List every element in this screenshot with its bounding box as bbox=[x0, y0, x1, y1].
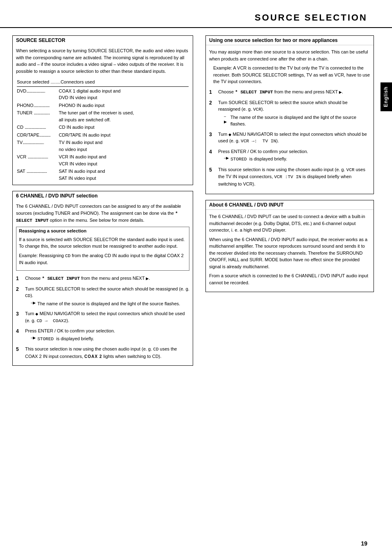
channel-dvd-title: 6 CHANNEL / DVD INPUT selection bbox=[13, 191, 193, 200]
source-phono: PHONO................... bbox=[17, 102, 58, 109]
table-row: CDR/TAPE............. CDR/TAPE IN audio … bbox=[17, 132, 189, 139]
table-row: PHONO................... PHONO IN audio … bbox=[17, 102, 189, 109]
arrow-indicator: –▶ bbox=[31, 300, 36, 306]
source-selector-section: SOURCE SELECTOR When selecting a source … bbox=[12, 35, 193, 185]
table-row: VCR ........................ VCR IN audi… bbox=[17, 153, 189, 167]
arrow-indicator: –▶ bbox=[224, 156, 229, 161]
source-selector-intro: When selecting a source by turning SOURC… bbox=[16, 47, 189, 74]
table-row: CD ......................... CD IN audio… bbox=[17, 124, 189, 131]
using-one-source-title: Using one source selection for two or mo… bbox=[206, 36, 374, 45]
source-sat: SAT ........................ bbox=[17, 168, 58, 181]
about-6channel-intro: The 6 CHANNEL / DVD INPUT can be used to… bbox=[209, 213, 370, 234]
page-title: SOURCE SELECTION bbox=[255, 12, 367, 23]
table-row: SAT ........................ SAT IN audi… bbox=[17, 168, 189, 181]
source-vcr: VCR ........................ bbox=[17, 153, 58, 167]
step-5-right: 5 This source selection is now using the… bbox=[209, 166, 370, 188]
table-row: TUNER ................... The tuner part… bbox=[17, 109, 189, 123]
step-3-left: 3 Turn ◆ MENU NAVIGATOR to select the in… bbox=[16, 310, 189, 324]
left-column: SOURCE SELECTOR When selecting a source … bbox=[12, 35, 201, 372]
step-2-right: 2 Turn SOURCE SELECTOR to select the sou… bbox=[209, 99, 370, 128]
table-header-source: Source selected ........Connectors used bbox=[17, 79, 189, 87]
source-dvd: DVD...................... bbox=[17, 88, 58, 101]
using-one-source-content: You may assign more than one source to a… bbox=[206, 45, 374, 194]
source-selector-content: When selecting a source by turning SOURC… bbox=[13, 45, 193, 185]
source-tv: TV......................... bbox=[17, 139, 58, 153]
channel-dvd-intro: The 6 CHANNEL / DVD INPUT connectors can… bbox=[16, 203, 189, 224]
using-one-source-intro: You may assign more than one source to a… bbox=[209, 49, 370, 62]
source-tuner: TUNER ................... bbox=[17, 109, 58, 123]
source-selector-title: SOURCE SELECTOR bbox=[13, 36, 193, 45]
using-one-source-section: Using one source selection for two or mo… bbox=[205, 35, 374, 194]
about-6channel-para3: From a source which is connected to the … bbox=[209, 272, 370, 286]
reassigning-section: Reassigning a source selection If a sour… bbox=[16, 227, 189, 271]
right-column: Using one source selection for two or mo… bbox=[201, 35, 374, 372]
reassigning-content: If a source is selected with SOURCE SELE… bbox=[16, 235, 189, 270]
step-1-left: 1 Choose * SELECT INPUT from the menu an… bbox=[16, 275, 189, 282]
arrow-indicator: –▶ bbox=[31, 335, 36, 341]
channel-dvd-content: The 6 CHANNEL / DVD INPUT connectors can… bbox=[13, 200, 193, 365]
page: SOURCE SELECTION English SOURCE SELECTOR… bbox=[0, 0, 392, 555]
source-table: Source selected ........Connectors used … bbox=[16, 78, 189, 182]
source-cd: CD ......................... bbox=[17, 124, 58, 131]
channel-dvd-section: 6 CHANNEL / DVD INPUT selection The 6 CH… bbox=[12, 191, 193, 366]
about-6channel-title: About 6 CHANNEL / DVD INPUT bbox=[206, 200, 374, 210]
step-3-right: 3 Turn ◆ MENU NAVIGATOR to select the in… bbox=[209, 131, 370, 145]
table-row: DVD...................... COAX 1 digital… bbox=[17, 88, 189, 101]
reassigning-intro: If a source is selected with SOURCE SELE… bbox=[19, 236, 187, 250]
source-cdrtape: CDR/TAPE............. bbox=[17, 132, 58, 139]
language-tab: English bbox=[380, 82, 392, 111]
page-header: SOURCE SELECTION bbox=[0, 8, 392, 28]
main-content: SOURCE SELECTOR When selecting a source … bbox=[0, 35, 392, 372]
arrow-indicator: –▶ bbox=[224, 114, 229, 125]
table-header-row: Source selected ........Connectors used bbox=[17, 79, 189, 87]
step-1-right: 1 Choose * SELECT INPUT from the menu an… bbox=[209, 88, 370, 96]
step-4-left: 4 Press ENTER / OK to confirm your selec… bbox=[16, 327, 189, 342]
step-5-left: 5 This source selection is now using the… bbox=[16, 346, 189, 360]
page-number: 19 bbox=[361, 540, 367, 547]
step-2-left: 2 Turn SOURCE SELECTOR to select the sou… bbox=[16, 286, 189, 307]
about-6channel-para2: When using the 6 CHANNEL / DVD INPUT aud… bbox=[209, 236, 370, 270]
using-one-source-example: Example: A VCR is connected to the TV bu… bbox=[213, 65, 370, 85]
reassigning-example: Example: Reassigning CD from the analog … bbox=[19, 252, 187, 266]
about-6channel-section: About 6 CHANNEL / DVD INPUT The 6 CHANNE… bbox=[205, 200, 374, 292]
step-4-right: 4 Press ENTER / OK to confirm your selec… bbox=[209, 148, 370, 163]
reassigning-title: Reassigning a source selection bbox=[16, 227, 189, 235]
table-row: TV......................... TV IN audio … bbox=[17, 139, 189, 153]
about-6channel-content: The 6 CHANNEL / DVD INPUT can be used to… bbox=[206, 210, 374, 292]
